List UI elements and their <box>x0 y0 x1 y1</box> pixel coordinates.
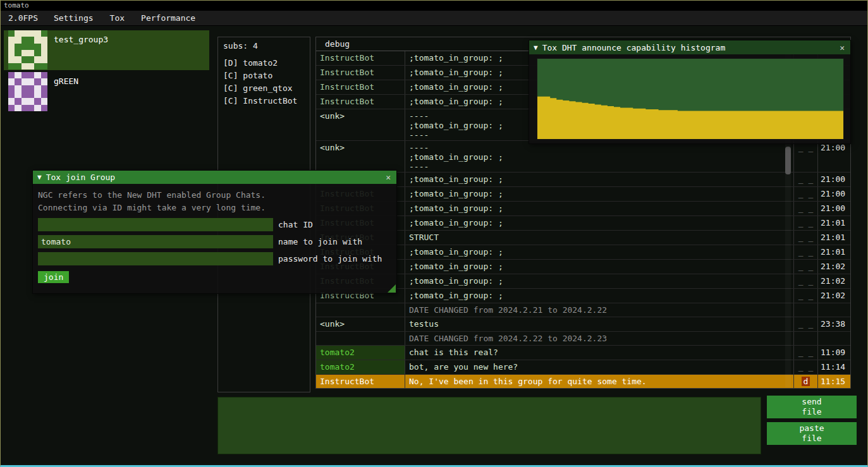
avatar-pixel <box>15 92 21 98</box>
histogram-area <box>537 59 843 139</box>
avatar-pixel <box>21 63 28 70</box>
histogram-plot <box>537 58 844 140</box>
message-flags: _ _ <box>793 231 817 245</box>
group-item-gREEN[interactable]: gREEN <box>4 72 209 112</box>
join-input-name-to-join-with[interactable] <box>38 235 273 248</box>
subs-list-item[interactable]: [C] InstructBot <box>223 95 305 107</box>
message-text: ;tomato_in_group: ; <box>405 202 793 215</box>
subs-list-item[interactable]: [D] tomato2 <box>223 57 305 70</box>
join-field-row: chat ID <box>38 218 391 231</box>
message-flags: _ _ <box>793 346 817 360</box>
message-time: 23:38 <box>817 317 850 331</box>
message-text: ;tomato_in_group: ; <box>405 173 793 186</box>
collapse-arrow-icon[interactable]: ▼ <box>37 173 42 181</box>
histogram-series <box>537 97 843 139</box>
paste-file-button[interactable]: paste file <box>767 422 857 445</box>
message-flags: d <box>793 375 817 388</box>
close-icon[interactable]: ✕ <box>384 173 392 182</box>
collapse-arrow-icon[interactable]: ▼ <box>534 44 538 52</box>
avatar-pixel <box>34 85 40 92</box>
message-row[interactable]: DATE CHANGED from 2024.2.22 to 2024.2.23 <box>316 332 850 346</box>
tab-debug[interactable]: debug <box>316 37 358 51</box>
group-item-test_group3[interactable]: test_group3 <box>4 30 209 70</box>
message-row[interactable]: DATE CHANGED from 2024.2.21 to 2024.2.22 <box>316 303 850 317</box>
subs-list-item[interactable]: [C] green_qtox <box>223 82 305 95</box>
avatar-pixel <box>15 85 21 92</box>
message-time: 21:01 <box>817 245 850 259</box>
join-input-chat-ID[interactable] <box>38 218 273 231</box>
message-sender: <unk> <box>316 109 405 140</box>
avatar-pixel <box>8 56 15 63</box>
menu-item-performance[interactable]: Performance <box>133 13 204 23</box>
menu-item-settings[interactable]: Settings <box>46 13 102 23</box>
avatar-pixel <box>41 30 47 37</box>
avatar-pixel <box>15 56 21 63</box>
message-row[interactable]: InstructBotNo, I've been in this group f… <box>316 375 850 388</box>
message-sender <box>316 332 405 345</box>
avatar-pixel <box>41 37 47 43</box>
resize-grip[interactable] <box>388 284 396 293</box>
message-time: 11:15 <box>817 375 850 388</box>
join-button[interactable]: join <box>38 271 69 283</box>
avatar-pixel <box>15 105 21 111</box>
avatar-pixel <box>41 85 47 92</box>
send-file-label-1: send <box>802 397 821 407</box>
subs-list-item[interactable]: [C] potato <box>223 70 305 82</box>
join-window-body: NGC refers to the New DHT enabled Group … <box>33 184 396 293</box>
group-list: test_group3gREEN <box>4 30 209 114</box>
message-time: 21:02 <box>817 289 850 303</box>
message-time: 21:00 <box>817 141 850 172</box>
avatar-pixel <box>8 92 15 98</box>
histogram-window: ▼ Tox DHT announce capability histogram … <box>529 40 851 144</box>
message-time: 21:00 <box>817 173 850 186</box>
avatar-pixel <box>28 37 34 43</box>
avatar-pixel <box>21 30 28 37</box>
message-time: 21:00 <box>817 202 850 215</box>
join-window-titlebar[interactable]: ▼ Tox join Group ✕ <box>33 171 396 184</box>
avatar-pixel <box>41 78 47 85</box>
message-time: 11:14 <box>817 360 850 374</box>
group-avatar <box>8 30 47 70</box>
avatar-pixel <box>8 63 15 70</box>
message-row[interactable]: <unk>----;tomato_in_group: ;----_ _21:00 <box>316 141 850 173</box>
join-field-row: name to join with <box>38 235 391 248</box>
join-field-label: chat ID <box>278 220 313 229</box>
message-row[interactable]: tomato2bot, are you new here?_ _11:14 <box>316 360 850 375</box>
message-text: ----;tomato_in_group: ;---- <box>405 141 793 172</box>
avatar-pixel <box>28 85 34 92</box>
group-avatar <box>8 72 47 111</box>
avatar-pixel <box>21 85 28 92</box>
message-flags <box>793 332 817 345</box>
avatar-pixel <box>34 56 40 63</box>
avatar-pixel <box>15 78 21 85</box>
message-flags: _ _ <box>793 216 817 230</box>
join-window-title: Tox join Group <box>46 173 116 182</box>
avatar-pixel <box>8 85 15 92</box>
avatar-pixel <box>34 30 40 37</box>
chat-input[interactable] <box>217 397 761 454</box>
message-sender: tomato2 <box>316 360 405 374</box>
join-field-label: password to join with <box>278 254 382 264</box>
histogram-window-body <box>529 54 850 143</box>
group-name: test_group3 <box>54 30 108 44</box>
message-text: STRUCT <box>405 231 793 245</box>
message-flags: _ _ <box>793 202 817 215</box>
message-sender: tomato2 <box>316 346 405 360</box>
message-row[interactable]: tomato2chat is this real?_ _11:09 <box>316 346 850 360</box>
send-file-button[interactable]: send file <box>767 396 857 418</box>
join-input-password-to-join-with[interactable] <box>38 252 273 265</box>
avatar-pixel <box>28 105 34 111</box>
avatar-pixel <box>15 50 21 56</box>
join-group-window: ▼ Tox join Group ✕ NGC refers to the New… <box>32 170 397 294</box>
message-time: 21:01 <box>817 216 850 230</box>
scrollbar-thumb[interactable] <box>785 147 791 174</box>
menu-item-tox[interactable]: Tox <box>102 13 133 23</box>
avatar-pixel <box>41 92 47 98</box>
avatar-pixel <box>15 44 21 50</box>
avatar-pixel <box>21 98 28 104</box>
avatar-pixel <box>28 44 34 50</box>
message-row[interactable]: <unk>testus_ _23:38 <box>316 317 850 332</box>
window-title: tomato <box>4 1 29 9</box>
histogram-window-titlebar[interactable]: ▼ Tox DHT announce capability histogram … <box>529 40 850 54</box>
close-icon[interactable]: ✕ <box>838 43 846 52</box>
